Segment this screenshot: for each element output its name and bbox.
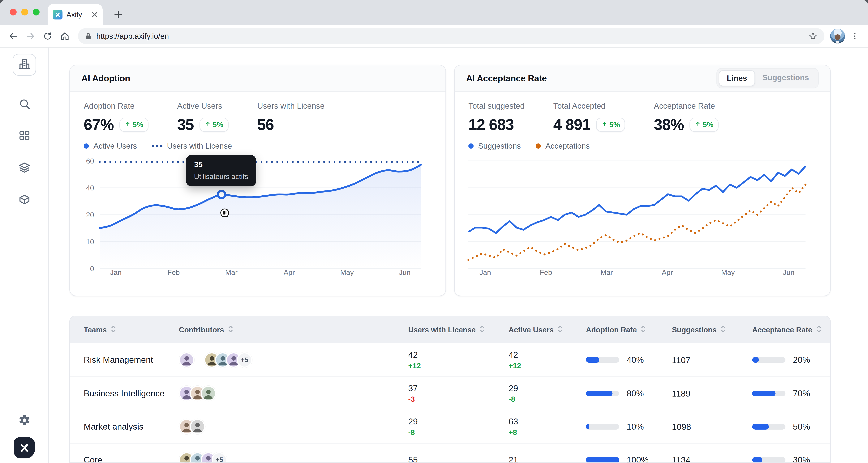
cell-delta: +12	[408, 362, 508, 370]
tab-title: Axify	[66, 10, 88, 19]
column-header-suggestions[interactable]: Suggestions	[672, 325, 752, 334]
acceptance-stat: Acceptance Rate38%5%	[654, 101, 718, 134]
suggestions-cell: 1134	[672, 455, 752, 463]
delta-badge: 5%	[119, 118, 149, 132]
column-label: Active Users	[508, 326, 554, 334]
contributors-cell	[179, 386, 408, 401]
sidebar-item-dashboard[interactable]	[12, 126, 36, 147]
layers-icon	[18, 161, 31, 176]
main-content: AI Adoption Adoption Rate67%5%Active Use…	[49, 47, 868, 463]
users-with-license-cell: 42+12	[408, 350, 508, 370]
column-header-acceptance-rate[interactable]: Acceptance Rate	[752, 325, 831, 334]
legend-item: Acceptations	[536, 141, 590, 151]
sort-icon[interactable]	[640, 325, 647, 334]
adoption-rate-cell: 80%	[586, 389, 672, 398]
stat-value: 56	[257, 116, 274, 134]
progress-label: 50%	[793, 422, 810, 432]
cell-value: 63	[508, 417, 586, 427]
svg-text:Mar: Mar	[600, 268, 613, 276]
delta-badge: 5%	[689, 118, 718, 132]
users-with-license-cell: 29-8	[408, 417, 508, 437]
adoption-stat: Users with License56	[257, 101, 324, 134]
sidebar-item-cube[interactable]	[12, 190, 36, 211]
cell-value: 1107	[672, 355, 690, 365]
toggle-option-lines[interactable]: Lines	[719, 70, 755, 86]
close-window-button[interactable]	[10, 9, 17, 15]
column-header-contributors[interactable]: Contributors	[179, 325, 408, 334]
tab-close-icon[interactable]	[92, 12, 97, 18]
column-header-teams[interactable]: Teams	[70, 325, 179, 334]
stat-label: Total suggested	[468, 101, 525, 110]
column-header-users-with-license[interactable]: Users with License	[408, 325, 508, 334]
sidebar-item-search[interactable]	[12, 94, 36, 116]
sort-icon[interactable]	[816, 325, 822, 334]
home-icon[interactable]	[57, 29, 72, 43]
sort-icon[interactable]	[557, 325, 563, 334]
series-dot-marker	[468, 143, 473, 148]
contributors-cell: +5	[179, 352, 408, 368]
maximize-window-button[interactable]	[33, 9, 39, 15]
ai-acceptance-chart[interactable]: JanFebMarAprMayJun	[462, 153, 823, 280]
progress-label: 100%	[627, 455, 649, 463]
table-row[interactable]: Core+55521100%113430%	[70, 443, 830, 463]
legend-label: Suggestions	[478, 141, 521, 151]
svg-text:Jan: Jan	[479, 268, 491, 276]
acceptance-rate-cell: 70%	[752, 389, 831, 398]
sort-icon[interactable]	[227, 325, 234, 334]
contributor-avatar	[190, 419, 205, 434]
url-bar[interactable]: https://app.axify.io/en	[78, 28, 825, 44]
legend-item: Suggestions	[468, 141, 521, 151]
hand-cursor	[218, 206, 231, 219]
legend-item: Active Users	[84, 141, 137, 151]
ai-adoption-chart[interactable]: 604020100JanFebMarAprMayJun 35 Utilisate…	[77, 153, 439, 280]
column-label: Users with License	[408, 326, 476, 334]
ai-acceptance-card: AI Acceptance Rate Lines Suggestions Tot…	[454, 65, 831, 296]
svg-text:May: May	[721, 268, 735, 276]
active-users-cell: 42+12	[508, 350, 586, 370]
table-row[interactable]: Risk Management+542+1242+1240%110720%	[70, 343, 830, 376]
new-tab-button[interactable]	[111, 7, 126, 22]
progress-bar	[586, 391, 619, 396]
settings-icon	[18, 414, 31, 429]
browser-tab[interactable]: Axify	[48, 4, 103, 25]
browser-profile-avatar[interactable]	[830, 29, 845, 43]
sidebar-item-organization[interactable]	[12, 54, 36, 76]
progress-bar	[752, 457, 785, 463]
svg-text:Mar: Mar	[225, 268, 238, 276]
progress-label: 80%	[627, 389, 644, 398]
cell-value: 1189	[672, 389, 690, 398]
sort-icon[interactable]	[110, 325, 117, 334]
ai-acceptance-legend: SuggestionsAcceptations	[455, 136, 830, 152]
column-header-adoption-rate[interactable]: Adoption Rate	[586, 325, 672, 334]
team-name: Risk Management	[70, 355, 179, 365]
cube-icon	[18, 193, 31, 208]
table-row[interactable]: Business Intelligence37-329-880%118970%	[70, 376, 830, 410]
table-header: TeamsContributorsUsers with LicenseActiv…	[70, 316, 830, 343]
back-icon[interactable]	[6, 29, 21, 43]
active-users-cell: 29-8	[508, 383, 586, 403]
trend-up-icon	[695, 121, 701, 129]
svg-text:Feb: Feb	[167, 268, 180, 276]
bookmark-star-icon[interactable]	[808, 32, 817, 41]
chart-tooltip: 35 Utilisateurs actifs	[186, 155, 256, 187]
cell-value: 42	[508, 350, 586, 360]
progress-label: 20%	[793, 355, 810, 365]
sort-icon[interactable]	[479, 325, 486, 334]
stat-value: 4 891	[553, 116, 590, 134]
sort-icon[interactable]	[720, 325, 726, 334]
toggle-option-suggestions[interactable]: Suggestions	[755, 70, 816, 86]
adoption-rate-cell: 40%	[586, 355, 672, 365]
progress-bar	[586, 424, 619, 430]
acceptance-stat: Total Accepted4 8915%	[553, 101, 625, 134]
cell-value: 42	[408, 350, 508, 360]
svg-text:May: May	[340, 268, 354, 276]
column-header-active-users[interactable]: Active Users	[508, 325, 586, 334]
browser-menu-icon[interactable]	[847, 29, 862, 43]
minimize-window-button[interactable]	[21, 9, 28, 15]
svg-text:10: 10	[86, 238, 94, 246]
forward-icon[interactable]	[23, 29, 38, 43]
reload-icon[interactable]	[40, 29, 55, 43]
sidebar-item-layers[interactable]	[12, 158, 36, 179]
sidebar-item-settings[interactable]	[12, 410, 36, 432]
table-row[interactable]: Market analysis29-863+810%109850%	[70, 410, 830, 443]
